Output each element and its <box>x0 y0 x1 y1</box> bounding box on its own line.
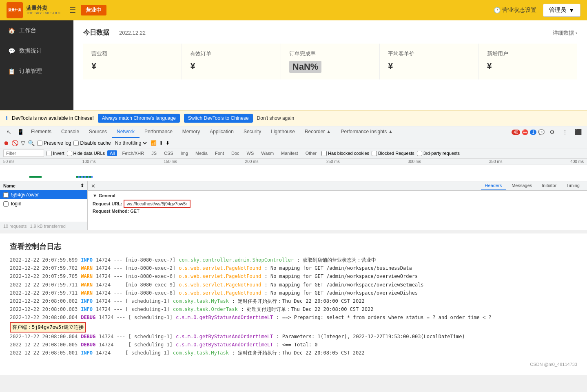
network-toolbar: ⏺ 🚫 ▽ 🔍 Preserve log Disable cache No th… <box>0 138 587 148</box>
tab-console[interactable]: Console <box>56 126 84 138</box>
timeline-waterfall <box>0 165 587 181</box>
log-ts: 2022-12-22 20:08:00.002 <box>10 297 78 305</box>
log-class: com.sky.controller.admin.ShopController <box>179 256 294 264</box>
throttle-select[interactable]: No throttling <box>113 140 148 146</box>
filter-font-button[interactable]: Font <box>213 150 226 156</box>
hide-data-urls-input[interactable] <box>67 151 72 156</box>
preserve-log-input[interactable] <box>37 141 42 146</box>
tab-security[interactable]: Security <box>239 126 266 138</box>
filter-manifest-button[interactable]: Manifest <box>279 150 301 156</box>
undock-icon[interactable]: ⬛ <box>572 126 584 138</box>
logo-subtitle: THE SKY TAKE-OUT <box>26 11 61 15</box>
ws-request-checkbox[interactable] <box>3 192 9 198</box>
more-options-icon[interactable]: ⋮ <box>559 126 571 138</box>
tab-performance[interactable]: Performance <box>140 126 177 138</box>
disable-cache-input[interactable] <box>73 141 79 146</box>
stat-label-orders: 有效订单 <box>190 50 272 57</box>
hide-data-urls-checkbox[interactable]: Hide data URLs <box>67 151 105 156</box>
detail-close-button[interactable]: ✕ <box>91 183 95 189</box>
stat-card-revenue: 营业额 ¥ <box>83 44 182 79</box>
filter-all-button[interactable]: All <box>107 150 117 156</box>
filter-input[interactable] <box>3 150 44 157</box>
sidebar-item-ordermgr[interactable]: 📋 订单管理 <box>0 61 73 81</box>
net-request-ws[interactable]: 5j94gv7ow5r <box>0 190 87 199</box>
log-line: 2022-12-22 20:07:59.699 INFO 14724 --- [… <box>10 256 577 264</box>
third-party-checkbox[interactable]: 3rd-party requests <box>417 151 460 156</box>
stat-label-completion: 订单完成率 <box>289 50 371 57</box>
blocked-cookies-input[interactable] <box>321 151 327 156</box>
filter-css-button[interactable]: CSS <box>162 150 176 156</box>
invert-input[interactable] <box>47 151 52 156</box>
stat-card-newusers: 新增用户 ¥ <box>479 44 577 79</box>
sidebar-item-workbench[interactable]: 🏠 工作台 <box>0 20 73 41</box>
devtools-notification-bar: ℹ DevTools is now available in Chinese! … <box>0 110 587 126</box>
net-request-login[interactable]: login <box>0 199 87 208</box>
dont-show-again-link[interactable]: Don't show again <box>257 115 295 121</box>
filter-ws-button[interactable]: WS <box>244 150 257 156</box>
filter-icon[interactable]: ▽ <box>21 140 25 146</box>
match-language-button[interactable]: Always match Chrome's language <box>98 114 180 123</box>
third-party-input[interactable] <box>417 151 422 156</box>
filter-wasm-button[interactable]: Wasm <box>259 150 276 156</box>
preserve-log-checkbox[interactable]: Preserve log <box>37 140 71 146</box>
login-request-checkbox[interactable] <box>3 201 9 207</box>
disable-cache-checkbox[interactable]: Disable cache <box>73 140 111 146</box>
clear-icon[interactable]: 🚫 <box>11 140 18 146</box>
top-navbar: 蓝量外卖 蓝量外卖 THE SKY TAKE-OUT ☰ 营业中 🕐 营业状态设… <box>0 0 587 20</box>
log-line: 2022-12-22 20:08:00.005 DEBUG 14724 --- … <box>10 341 577 349</box>
log-line: 2022-12-22 20:08:00.002 INFO 14724 --- [… <box>10 297 577 305</box>
log-level: INFO <box>81 256 93 264</box>
log-thread: 14724 --- [nio-8080-exec-2] <box>96 264 175 272</box>
business-settings-link[interactable]: 🕐 营业状态设置 <box>494 7 536 14</box>
detail-tab-messages[interactable]: Messages <box>507 181 536 190</box>
search-icon[interactable]: 🔍 <box>28 140 35 146</box>
menu-icon[interactable]: ☰ <box>69 6 76 15</box>
request-count: 10 requests <box>3 224 27 229</box>
logo-text1: 蓝量外卖 <box>8 8 21 12</box>
tab-memory[interactable]: Memory <box>177 126 205 138</box>
filter-js-button[interactable]: JS <box>149 150 159 156</box>
tab-sources[interactable]: Sources <box>84 126 112 138</box>
tab-performance-insights[interactable]: Performance insights ▲ <box>336 126 398 138</box>
switch-chinese-button[interactable]: Switch DevTools to Chinese <box>184 114 253 123</box>
log-msg: : No mapping for GET /admin/workspace/bu… <box>264 264 412 272</box>
blocked-requests-checkbox[interactable]: Blocked Requests <box>372 151 414 156</box>
settings-icon[interactable]: ⚙ <box>546 126 558 138</box>
log-line: 2022-12-22 20:07:59.711 WARN 14724 --- [… <box>10 289 577 297</box>
log-line: 2022-12-22 20:08:00.004 DEBUG 14724 --- … <box>10 333 577 341</box>
detail-tab-initiator[interactable]: Initiator <box>538 181 560 190</box>
detail-tab-timing[interactable]: Timing <box>562 181 584 190</box>
sidebar-item-datastats[interactable]: 💬 数据统计 <box>0 41 73 61</box>
tab-network[interactable]: Network <box>112 126 140 138</box>
blocked-requests-input[interactable] <box>372 151 377 156</box>
chart-icon: 💬 <box>8 48 15 54</box>
detail-link[interactable]: 详细数据 › <box>553 29 577 37</box>
invert-checkbox[interactable]: Invert <box>47 151 64 156</box>
tab-lighthouse[interactable]: Lighthouse <box>266 126 300 138</box>
admin-dropdown[interactable]: 管理员 ▼ <box>543 4 580 17</box>
sidebar-label-ordermgr: 订单管理 <box>19 68 42 75</box>
blocked-cookies-checkbox[interactable]: Has blocked cookies <box>321 151 369 156</box>
detail-tab-headers[interactable]: Headers <box>481 181 506 190</box>
ws-request-name: 5j94gv7ow5r <box>11 192 39 198</box>
request-url-label: Request URL: <box>93 201 122 206</box>
timeline-label-250: 250 ms <box>326 159 340 164</box>
timeline-label-400: 400 ms <box>570 159 584 164</box>
devtools-pointer-icon[interactable]: ↖ <box>3 126 15 138</box>
stat-value-orders: ¥ <box>190 61 272 71</box>
record-icon[interactable]: ⏺ <box>3 140 9 146</box>
timeline-bar-green <box>29 176 42 178</box>
filter-fetchxhr-button[interactable]: Fetch/XHR <box>120 150 146 156</box>
filter-img-button[interactable]: Img <box>178 150 190 156</box>
devtools-device-icon[interactable]: 📱 <box>15 126 26 138</box>
tab-recorder[interactable]: Recorder ▲ <box>300 126 336 138</box>
error-badge: 40 <box>512 130 520 135</box>
resize-handle[interactable]: ⇕ <box>80 183 84 188</box>
tab-application[interactable]: Application <box>205 126 239 138</box>
collapse-icon[interactable]: ▼ <box>93 193 97 198</box>
filter-other-button[interactable]: Other <box>303 150 319 156</box>
content-title: 今日数据 <box>83 29 109 37</box>
filter-doc-button[interactable]: Doc <box>229 150 242 156</box>
filter-media-button[interactable]: Media <box>193 150 210 156</box>
tab-elements[interactable]: Elements <box>26 126 56 138</box>
